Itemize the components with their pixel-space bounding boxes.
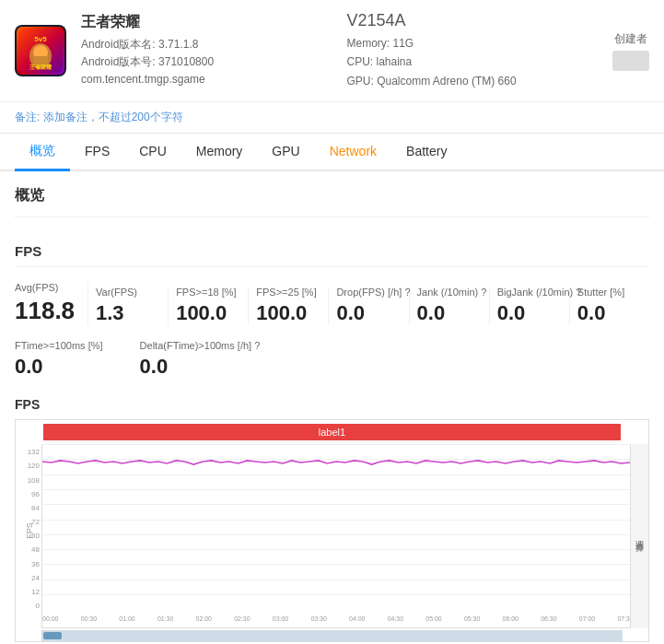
- chart-title: FPS: [15, 397, 649, 412]
- app-info: 王者荣耀 Android版本名: 3.71.1.8 Android版本号: 37…: [81, 13, 332, 89]
- tab-gpu[interactable]: GPU: [257, 135, 314, 170]
- metric-drop-fps-label: Drop(FPS) [/h] ?: [336, 287, 401, 298]
- metric-stutter-value: 0.0: [577, 301, 642, 325]
- metrics-row-2: FTime>=100ms [%] 0.0 Delta(FTime)>100ms …: [15, 340, 649, 379]
- x-label-0000: 00:00: [42, 615, 59, 622]
- tab-network[interactable]: Network: [315, 135, 391, 170]
- notes-bar[interactable]: 备注: 添加备注，不超过200个字符: [0, 102, 664, 134]
- tab-memory[interactable]: Memory: [181, 135, 258, 170]
- y-label-48: 48: [31, 545, 40, 554]
- metric-fps25: FPS>=25 [%] 100.0: [249, 287, 329, 325]
- notes-text: 备注: 添加备注，不超过200个字符: [15, 111, 183, 123]
- fps-chart-svg: [42, 444, 630, 609]
- tab-battery[interactable]: Battery: [391, 135, 461, 170]
- tab-overview[interactable]: 概览: [15, 134, 70, 171]
- device-gpu: GPU: Qualcomm Adreno (TM) 660: [347, 72, 599, 90]
- metric-bigjank: BigJank (/10min) ? 0.0: [490, 287, 570, 325]
- metric-stutter-label: Stutter [%]: [577, 287, 642, 298]
- metric-delta-ftime: Delta(FTime)>100ms [/h] ? 0.0: [140, 340, 261, 379]
- x-label-0330: 03:30: [310, 615, 327, 622]
- y-label-24: 24: [31, 574, 40, 582]
- page-title: 概览: [15, 186, 649, 217]
- metric-ftime-value: 0.0: [15, 355, 103, 379]
- metric-ftime: FTime>=100ms [%] 0.0: [15, 340, 103, 379]
- metric-var-fps: Var(FPS) 1.3: [88, 287, 169, 325]
- metric-drop-fps-value: 0.0: [336, 301, 401, 325]
- fps-section: FPS Avg(FPS) 118.8 Var(FPS) 1.3 FPS>=18 …: [15, 236, 649, 379]
- metric-var-fps-value: 1.3: [96, 301, 160, 325]
- metric-bigjank-value: 0.0: [497, 301, 562, 325]
- app-version: Android版本名: 3.71.1.8 Android版本号: 3710108…: [81, 36, 332, 89]
- metric-jank: Jank (/10min) ? 0.0: [410, 287, 490, 325]
- y-label-96: 96: [31, 490, 40, 498]
- x-axis: 00:00 00:30 01:00 01:30 02:00 02:30 03:0…: [42, 609, 630, 627]
- metric-delta-ftime-label: Delta(FTime)>100ms [/h] ?: [140, 340, 261, 351]
- x-label-0030: 00:30: [81, 615, 98, 622]
- metric-var-fps-label: Var(FPS): [96, 287, 160, 298]
- device-cpu: CPU: lahaina: [347, 53, 599, 71]
- x-label-0300: 03:00: [273, 615, 289, 622]
- x-label-0100: 01:00: [119, 615, 135, 622]
- tab-bar: 概览 FPS CPU Memory GPU Network Battery: [0, 134, 664, 171]
- fps-section-title: FPS: [15, 236, 649, 267]
- metric-drop-fps: Drop(FPS) [/h] ? 0.0: [329, 287, 409, 325]
- x-label-0200: 02:00: [196, 615, 213, 622]
- app-icon: 5v5 王者荣耀: [15, 25, 66, 76]
- x-label-0530: 05:30: [464, 615, 481, 622]
- creator-avatar: [612, 51, 649, 71]
- x-label-0730: 07:3: [617, 615, 630, 622]
- y-label-0: 0: [36, 602, 40, 610]
- y-label-108: 108: [28, 476, 40, 485]
- metric-jank-value: 0.0: [417, 301, 482, 325]
- metric-fps18-value: 100.0: [176, 301, 240, 325]
- metric-fps18-label: FPS>=18 [%]: [176, 287, 240, 298]
- tab-cpu[interactable]: CPU: [124, 135, 181, 170]
- x-label-0230: 02:30: [234, 615, 250, 622]
- y-label-132: 132: [28, 448, 40, 456]
- metric-bigjank-label: BigJank (/10min) ?: [497, 287, 562, 298]
- app-header: 5v5 王者荣耀 王者荣耀 Android版本名: 3.71.1.8 Andro…: [0, 0, 664, 102]
- y-axis-label: FPS: [25, 522, 34, 539]
- y-label-120: 120: [28, 462, 40, 470]
- metric-avg-fps-label: Avg(FPS): [15, 282, 80, 293]
- x-label-0630: 06:30: [541, 615, 557, 622]
- y-label-12: 12: [31, 588, 40, 596]
- chart-area: 132 120 108 96 84 72 60 48 36 24 12 0: [16, 444, 648, 628]
- chart-plot[interactable]: 00:00 00:30 01:00 01:30 02:00 02:30 03:0…: [41, 444, 630, 628]
- svg-text:王者荣耀: 王者荣耀: [29, 64, 52, 70]
- app-name: 王者荣耀: [81, 13, 332, 32]
- chart-right-text: 调选择: [634, 533, 646, 539]
- x-label-0130: 01:30: [157, 615, 174, 622]
- metric-avg-fps: Avg(FPS) 118.8: [15, 282, 88, 325]
- x-label-0600: 06:00: [503, 615, 519, 622]
- metric-avg-fps-value: 118.8: [15, 297, 80, 325]
- metric-delta-ftime-value: 0.0: [140, 355, 261, 379]
- chart-wrapper: label1 132 120 108 96 84 72 60 48 36 24 …: [15, 419, 649, 642]
- chart-scrollbar[interactable]: [41, 630, 623, 641]
- chart-right-panel[interactable]: 调选择: [630, 444, 648, 628]
- device-id: V2154A: [347, 11, 599, 30]
- svg-text:5v5: 5v5: [34, 35, 47, 43]
- fps-chart-section: FPS label1 132 120 108 96 84 72 60 48 36: [15, 397, 649, 644]
- creator-label: 创建者: [612, 31, 649, 47]
- metric-fps25-value: 100.0: [256, 301, 320, 325]
- metric-fps18: FPS>=18 [%] 100.0: [169, 287, 249, 325]
- main-content: 概览 FPS Avg(FPS) 118.8 Var(FPS) 1.3 FPS>=…: [0, 171, 664, 644]
- metric-jank-label: Jank (/10min) ?: [417, 287, 482, 298]
- metric-fps25-label: FPS>=25 [%]: [256, 287, 320, 298]
- chart-scroll-handle[interactable]: [43, 632, 62, 639]
- device-info: V2154A Memory: 11G CPU: lahaina GPU: Qua…: [347, 11, 599, 90]
- y-label-84: 84: [31, 504, 40, 512]
- x-label-0700: 07:00: [579, 615, 596, 622]
- metric-stutter: Stutter [%] 0.0: [570, 287, 649, 325]
- x-label-0430: 04:30: [388, 615, 404, 622]
- app-icon-inner: 5v5 王者荣耀: [17, 27, 64, 75]
- x-label-0500: 05:00: [425, 615, 442, 622]
- chart-legend-bar: label1: [43, 424, 621, 440]
- x-label-0400: 04:00: [349, 615, 366, 622]
- tab-fps[interactable]: FPS: [70, 135, 124, 170]
- creator-section: 创建者: [612, 31, 649, 71]
- metrics-row-1: Avg(FPS) 118.8 Var(FPS) 1.3 FPS>=18 [%] …: [15, 282, 649, 325]
- device-memory: Memory: 11G: [347, 34, 599, 53]
- y-label-36: 36: [31, 560, 40, 568]
